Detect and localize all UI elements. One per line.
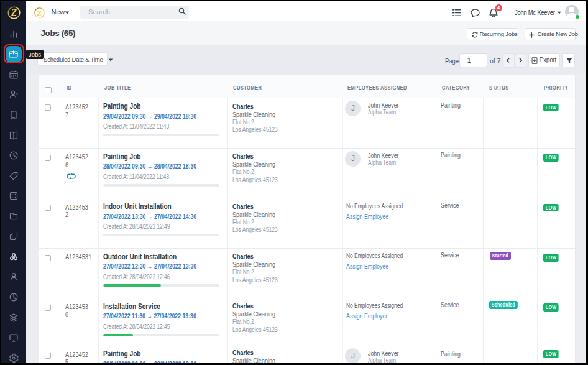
- svg-text:Z: Z: [36, 8, 42, 17]
- svg-text:Z: Z: [10, 7, 16, 17]
